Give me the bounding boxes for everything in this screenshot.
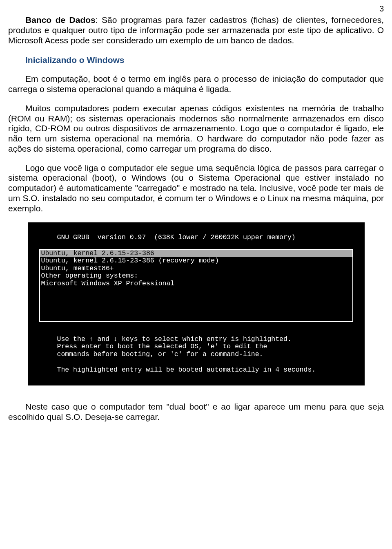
grub-menu-item[interactable]: Ubuntu, kernel 2.6.15-23-386 <box>40 250 352 257</box>
paragraph-banco-dados: Banco de Dados: São programas para fazer… <box>8 15 384 45</box>
grub-menu-item[interactable]: Microsoft Windows XP Professional <box>40 280 352 287</box>
paragraph-dual-boot: Neste caso que o computador tem "dual bo… <box>8 402 384 422</box>
grub-menu-item[interactable]: Ubuntu, kernel 2.6.15-23-386 (recovery m… <box>40 257 352 264</box>
grub-instructions-line2: Press enter to boot the selected OS, 'e'… <box>39 343 353 350</box>
paragraph-memory: Muitos computadores podem executar apena… <box>8 103 384 154</box>
heading-inicializando-windows: Inicializando o Windows <box>8 55 384 65</box>
grub-menu-item[interactable]: Other operating systems: <box>40 272 352 280</box>
grub-menu-item[interactable]: Ubuntu, memtest86+ <box>40 265 352 272</box>
grub-footer: The highlighted entry will be booted aut… <box>39 366 353 374</box>
grub-screenshot: GNU GRUB version 0.97 (638K lower / 2600… <box>28 222 365 385</box>
term-banco-dados: Banco de Dados <box>25 15 96 25</box>
page-number: 3 <box>8 4 384 13</box>
grub-menu-box: Ubuntu, kernel 2.6.15-23-386 Ubuntu, ker… <box>39 249 353 322</box>
paragraph-boot-definition: Em computação, boot é o termo em inglês … <box>8 74 384 94</box>
grub-instructions-line3: commands before booting, or 'c' for a co… <box>39 351 353 358</box>
paragraph-boot-sequence: Logo que você liga o computador ele segu… <box>8 163 384 214</box>
grub-instructions-line1: Use the ↑ and ↓ keys to select which ent… <box>39 336 353 343</box>
grub-header: GNU GRUB version 0.97 (638K lower / 2600… <box>39 234 353 241</box>
